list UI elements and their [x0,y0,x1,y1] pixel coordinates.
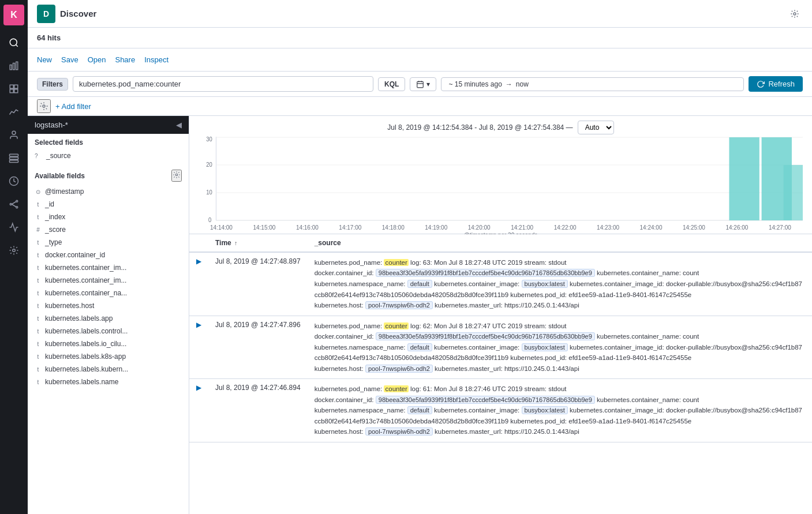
calendar-button[interactable]: ▾ [410,77,436,91]
key-host-2: kubernetes.host: [315,365,364,372]
date-range-display[interactable]: ~ 15 minutes ago → now [441,77,744,91]
nav-visualize[interactable] [3,55,24,76]
field-row-labels-name[interactable]: t kubernetes.labels.name [28,376,189,388]
field-row-container-im2[interactable]: t kubernetes.container_im... [28,274,189,287]
highlight-counter-2: counter [384,322,408,329]
svg-rect-6 [14,85,18,88]
expand-cell-2: ▶ [189,316,208,379]
sort-icon: ↑ [234,240,237,246]
chart-x-axis: 14:14:00 14:15:00 14:16:00 14:17:00 14:1… [199,224,803,231]
val-masterurl-3: https://10.245.0.1:443/api [504,428,579,435]
add-filter-label: + Add filter [55,102,91,111]
field-row-labels-kubern[interactable]: t kubernetes.labels.kubern... [28,363,189,376]
x-tick: 14:20:00 [468,224,491,231]
nav-timelion[interactable] [3,102,24,122]
svg-point-9 [12,131,16,134]
nav-user[interactable] [3,125,24,145]
open-button[interactable]: Open [88,55,106,64]
svg-line-1 [16,44,17,46]
svg-text:0: 0 [208,217,212,223]
tag-ns-2: default [407,343,432,351]
field-row-labels-app[interactable]: t kubernetes.labels.app [28,312,189,325]
field-type-t11: t [35,341,42,347]
field-row-labels-io[interactable]: t kubernetes.labels.io_cilu... [28,337,189,350]
auto-select[interactable]: Auto [578,121,614,134]
main-content: Jul 8, 2019 @ 14:12:54.384 - Jul 8, 2019… [189,116,812,514]
expand-button-2[interactable]: ▶ [196,321,201,329]
time-cell-2: Jul 8, 2019 @ 14:27:47.896 [208,316,308,379]
key-docker-3: docker.container_id: [315,396,374,403]
key-pod-name-3: kubernetes.pod_name: [315,385,383,392]
left-navigation: K [0,0,28,514]
nav-infrastructure[interactable] [3,148,24,168]
kql-button[interactable]: KQL [378,77,405,91]
key-ns-2: kubernetes.namespace_name: [315,344,406,351]
svg-line-17 [12,202,16,205]
field-row-id[interactable]: t _id [28,198,189,211]
key-docker-1: docker.container_id: [315,269,374,276]
selected-fields-section: Selected fields ? _source [28,134,189,166]
field-row-labels-k8s[interactable]: t kubernetes.labels.k8s-app [28,350,189,363]
key-cimage-1: kubernetes.container_image: [434,280,519,287]
field-row-index[interactable]: t _index [28,211,189,223]
field-name-container-im2: kubernetes.container_im... [45,276,126,284]
add-filter-bar: + Add filter [28,97,812,116]
table-header-row: Time ↑ _source [189,234,812,252]
tag-host-1: pool-7nwspiw6h-odh2 [365,301,433,309]
refresh-button[interactable]: Refresh [749,76,803,92]
nav-settings[interactable] [3,240,24,261]
field-row-container-im1[interactable]: t kubernetes.container_im... [28,261,189,274]
field-row-timestamp[interactable]: ⊙ @timestamp [28,185,189,198]
inspect-button[interactable]: Inspect [144,55,169,64]
x-tick: 14:16:00 [296,224,319,231]
save-button[interactable]: Save [61,55,78,64]
key-stream-1: stream: [525,259,547,266]
app-icon-letter: D [43,9,49,18]
val-stream-1: stdout [548,259,566,266]
field-row-labels-control[interactable]: t kubernetes.labels.control... [28,325,189,337]
val-cname-3: count [683,396,699,403]
field-row-container-id[interactable]: t docker.container_id [28,249,189,261]
key-stream-2: stream: [525,322,547,329]
tag-docker-3: 98beea3f30e5fa9939f91f8bf1eb7cccdef5be4c… [376,396,595,404]
field-row-host[interactable]: t kubernetes.host [28,299,189,312]
expand-button-3[interactable]: ▶ [196,384,201,392]
field-row-type[interactable]: t _type [28,236,189,249]
hits-count: 64 hits [37,33,61,42]
settings-icon[interactable] [787,6,803,22]
source-col-header[interactable]: _source [308,234,812,252]
sidebar-collapse-button[interactable]: ◀ [176,121,182,129]
filter-input[interactable] [73,76,373,92]
nav-discover[interactable] [3,32,24,53]
filter-settings-icon[interactable] [37,99,51,113]
nav-monitoring[interactable] [3,217,24,238]
chart-date-range: Jul 8, 2019 @ 14:12:54.384 - Jul 8, 2019… [387,123,572,132]
key-log-2: log: [410,322,421,329]
field-name-host: kubernetes.host [45,302,94,310]
source-cell-2: kubernetes.pod_name: counter log: 62: Mo… [308,316,812,379]
field-row-score[interactable]: # _score [28,223,189,236]
chart-header: Jul 8, 2019 @ 14:12:54.384 - Jul 8, 2019… [199,121,803,134]
svg-point-26 [175,174,178,176]
new-button[interactable]: New [37,55,52,64]
index-pattern[interactable]: logstash-* ◀ [28,116,189,134]
share-button[interactable]: Share [115,55,135,64]
field-type-t2: t [35,214,42,220]
app-logo[interactable]: K [3,5,24,25]
field-type-clock: ⊙ [35,189,42,195]
app-icon[interactable]: D [37,5,55,23]
results-table: Time ↑ _source ▶ [189,234,812,442]
svg-rect-37 [729,137,759,220]
nav-dashboard[interactable] [3,78,24,99]
tag-cimage-3: busybox:latest [522,406,568,414]
time-col-header[interactable]: Time ↑ [208,234,308,252]
fields-settings-button[interactable] [171,170,182,182]
expand-button-1[interactable]: ▶ [196,257,201,265]
key-cimage-id-2: kubernetes.container_image_id: [570,344,664,351]
key-cimage-id-1: kubernetes.container_image_id: [570,280,664,287]
field-row-container-na[interactable]: t kubernetes.container_na... [28,287,189,299]
val-log-2: 62: Mon Jul 8 18:27:47 UTC 2019 [423,322,523,329]
nav-apm[interactable] [3,171,24,192]
nav-graph[interactable] [3,194,24,215]
add-filter-button[interactable]: + Add filter [55,102,91,111]
